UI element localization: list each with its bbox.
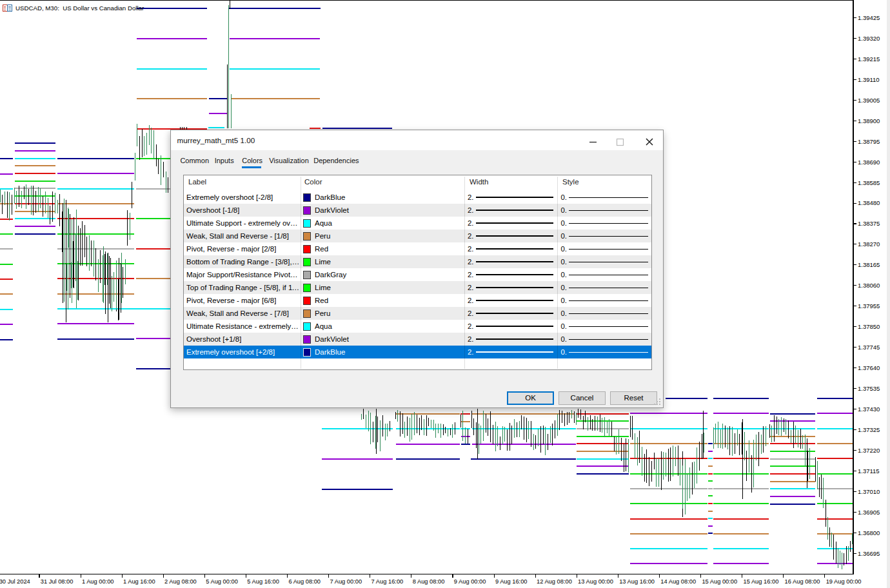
svg-text:31 Jul 08:00: 31 Jul 08:00	[41, 578, 74, 585]
svg-text:1.38375: 1.38375	[858, 220, 880, 227]
svg-text:5 Aug 16:00: 5 Aug 16:00	[247, 578, 279, 585]
svg-text:1.37010: 1.37010	[858, 488, 880, 495]
svg-text:6 Aug 08:00: 6 Aug 08:00	[288, 578, 321, 585]
svg-text:1.39320: 1.39320	[858, 35, 880, 42]
svg-text:1.38165: 1.38165	[858, 261, 880, 268]
svg-text:9 Aug 16:00: 9 Aug 16:00	[495, 578, 528, 585]
svg-text:1.37850: 1.37850	[858, 323, 880, 330]
svg-text:1.38795: 1.38795	[858, 138, 880, 145]
svg-text:1.36800: 1.36800	[858, 529, 880, 536]
svg-text:1.37220: 1.37220	[858, 447, 880, 454]
svg-text:1.38690: 1.38690	[858, 159, 880, 166]
svg-text:12 Aug 08:00: 12 Aug 08:00	[537, 578, 572, 585]
svg-text:9 Aug 00:00: 9 Aug 00:00	[454, 578, 486, 585]
svg-text:1.38060: 1.38060	[858, 282, 880, 289]
svg-text:15 Aug 16:00: 15 Aug 16:00	[744, 578, 779, 585]
svg-text:16 Aug 08:00: 16 Aug 08:00	[785, 578, 820, 585]
svg-text:1.37745: 1.37745	[858, 344, 880, 351]
svg-text:15 Aug 00:00: 15 Aug 00:00	[702, 578, 737, 585]
svg-text:30 Jul 2024: 30 Jul 2024	[0, 578, 30, 585]
svg-text:7 Aug 00:00: 7 Aug 00:00	[330, 578, 362, 585]
svg-text:1.39110: 1.39110	[858, 76, 880, 83]
svg-text:13 Aug 16:00: 13 Aug 16:00	[619, 578, 655, 585]
svg-text:7 Aug 16:00: 7 Aug 16:00	[371, 578, 404, 585]
svg-text:1.38900: 1.38900	[858, 117, 880, 124]
svg-text:1.37325: 1.37325	[858, 426, 880, 433]
svg-text:1.38270: 1.38270	[858, 240, 880, 248]
svg-text:1.39425: 1.39425	[858, 14, 880, 21]
svg-text:1.39005: 1.39005	[858, 97, 880, 104]
svg-text:1.37640: 1.37640	[858, 364, 880, 371]
svg-text:1.37430: 1.37430	[858, 406, 880, 413]
svg-text:1.37115: 1.37115	[858, 467, 880, 475]
svg-text:5 Aug 00:00: 5 Aug 00:00	[206, 578, 238, 585]
svg-text:1.37535: 1.37535	[858, 385, 880, 392]
svg-text:1.38480: 1.38480	[858, 199, 880, 206]
svg-text:1.39215: 1.39215	[858, 55, 880, 63]
svg-text:1.36695: 1.36695	[858, 550, 880, 557]
svg-text:2 Aug 08:00: 2 Aug 08:00	[164, 578, 197, 585]
svg-text:1 Aug 16:00: 1 Aug 16:00	[123, 578, 155, 585]
svg-text:USDCAD, M30: US Dollar vs Can: USDCAD, M30: US Dollar vs Canadian Dolla…	[15, 5, 144, 12]
svg-text:1.38585: 1.38585	[858, 179, 880, 186]
svg-text:1.37955: 1.37955	[858, 302, 880, 309]
svg-text:13 Aug 00:00: 13 Aug 00:00	[578, 578, 613, 585]
svg-text:14 Aug 08:00: 14 Aug 08:00	[660, 578, 696, 585]
svg-text:1 Aug 00:00: 1 Aug 00:00	[82, 578, 114, 585]
svg-text:1.36905: 1.36905	[858, 509, 880, 516]
svg-text:19 Aug 00:00: 19 Aug 00:00	[826, 578, 862, 585]
svg-text:8 Aug 08:00: 8 Aug 08:00	[413, 578, 445, 585]
